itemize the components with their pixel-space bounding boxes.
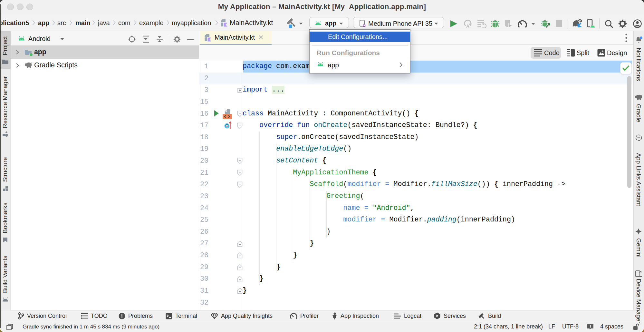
svg-text:A: A xyxy=(466,24,469,28)
